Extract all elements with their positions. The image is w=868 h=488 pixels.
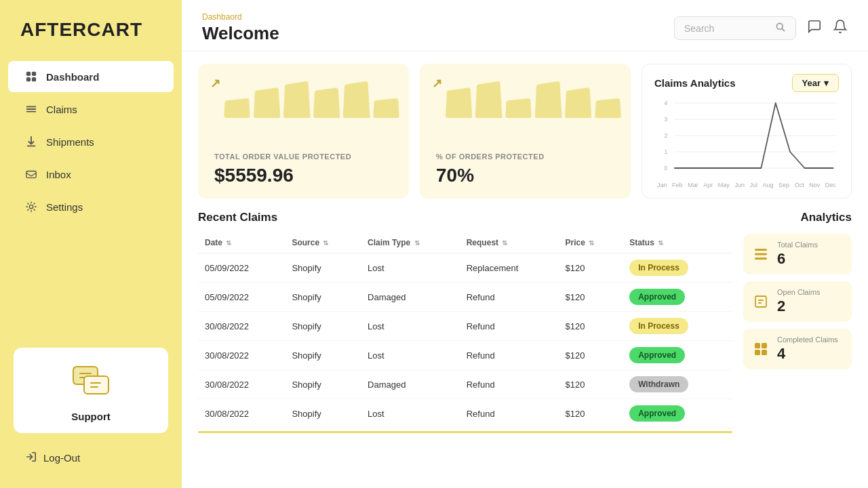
- svg-rect-23: [755, 249, 767, 251]
- header: Dashbaord Welcome Search: [182, 0, 868, 52]
- cell-date-1: 05/09/2022: [198, 283, 285, 312]
- table-row[interactable]: 30/08/2022 Shopify Damaged Refund $120 W…: [198, 370, 732, 399]
- svg-rect-27: [758, 300, 764, 301]
- card-arrow-1: ↗: [210, 76, 220, 91]
- svg-rect-26: [755, 296, 766, 307]
- box-5: [343, 81, 370, 118]
- cell-source-1: Shopify: [285, 283, 361, 312]
- cell-date-2: 30/08/2022: [198, 312, 285, 341]
- table-row[interactable]: 05/09/2022 Shopify Damaged Refund $120 A…: [198, 283, 732, 312]
- cell-date-5: 30/08/2022: [198, 399, 285, 428]
- cell-status-0: In Process: [623, 253, 732, 283]
- open-claims-info: Open Claims 2: [777, 288, 821, 315]
- order-value-card: ↗ TOTAL ORDER VALUE PROTECTED $5559.96: [198, 64, 409, 199]
- year-filter-button[interactable]: Year ▾: [792, 74, 839, 92]
- svg-rect-4: [26, 106, 36, 108]
- cell-date-0: 05/09/2022: [198, 253, 285, 283]
- cell-date-4: 30/08/2022: [198, 370, 285, 399]
- top-row: ↗ TOTAL ORDER VALUE PROTECTED $5559.96 ↗…: [198, 64, 852, 199]
- total-claims-label: Total Claims: [777, 241, 818, 249]
- svg-rect-28: [758, 302, 762, 304]
- claims-table: Date ⇅ Source ⇅ Claim Type ⇅ Request ⇅ P…: [198, 232, 732, 428]
- svg-rect-24: [755, 253, 767, 256]
- cell-source-4: Shopify: [285, 370, 361, 399]
- logout-icon: [24, 451, 37, 465]
- col-date[interactable]: Date ⇅: [198, 232, 285, 253]
- orders-pct-card: ↗ % OF ORDERS PROTECTED 70%: [420, 64, 631, 199]
- sidebar-item-shipments[interactable]: Shipments: [8, 126, 174, 157]
- cell-status-3: Approved: [623, 341, 732, 370]
- table-row[interactable]: 05/09/2022 Shopify Lost Replacement $120…: [198, 253, 732, 283]
- svg-rect-32: [762, 350, 767, 355]
- col-source[interactable]: Source ⇅: [285, 232, 361, 253]
- cell-price-4: $120: [559, 370, 623, 399]
- col-request[interactable]: Request ⇅: [460, 232, 559, 253]
- cell-source-3: Shopify: [285, 341, 361, 370]
- cell-request-3: Refund: [460, 341, 559, 370]
- completed-claims-card: Completed Claims 4: [743, 329, 852, 369]
- message-icon[interactable]: [807, 19, 822, 37]
- cell-request-4: Refund: [460, 370, 559, 399]
- order-value-label: TOTAL ORDER VALUE PROTECTED: [214, 152, 393, 161]
- svg-rect-0: [26, 72, 31, 76]
- col-claim-type[interactable]: Claim Type ⇅: [361, 232, 460, 253]
- col-price[interactable]: Price ⇅: [559, 232, 623, 253]
- completed-claims-label: Completed Claims: [777, 336, 838, 344]
- claims-analytics-title: Claims Analytics: [654, 77, 736, 89]
- cell-status-2: In Process: [623, 312, 732, 341]
- search-box[interactable]: Search: [674, 16, 796, 40]
- sidebar-item-settings[interactable]: Settings: [8, 191, 174, 222]
- line-chart: 4 3 2 1 0: [654, 96, 839, 178]
- svg-text:3: 3: [665, 116, 668, 123]
- completed-claims-info: Completed Claims 4: [777, 336, 838, 363]
- sidebar-item-inbox-label: Inbox: [46, 169, 71, 180]
- support-card: Support: [14, 348, 168, 433]
- sidebar: AFTERCART Dashboard Claims Shipments Inb…: [0, 0, 182, 488]
- year-btn-label: Year: [802, 78, 821, 88]
- status-badge: Withdrawn: [629, 376, 688, 392]
- sidebar-item-dashboard-label: Dashboard: [46, 71, 99, 83]
- svg-text:1: 1: [665, 148, 668, 155]
- table-row[interactable]: 30/08/2022 Shopify Lost Refund $120 Appr…: [198, 399, 732, 428]
- total-claims-icon: [751, 247, 770, 262]
- svg-rect-30: [762, 343, 767, 348]
- total-claims-card: Total Claims 6: [743, 234, 852, 274]
- box-2: [254, 87, 280, 118]
- svg-text:4: 4: [665, 100, 668, 106]
- support-icon: [71, 364, 111, 404]
- support-button[interactable]: Support: [71, 411, 111, 422]
- header-right: Search: [674, 16, 848, 40]
- shipments-icon: [24, 135, 38, 148]
- status-badge: Approved: [629, 405, 685, 422]
- box-c: [505, 98, 532, 118]
- cell-claimtype-5: Lost: [361, 399, 460, 428]
- svg-rect-6: [26, 111, 36, 113]
- completed-claims-value: 4: [777, 345, 838, 363]
- sidebar-nav: Dashboard Claims Shipments Inbox Setting…: [0, 60, 182, 224]
- status-badge: Approved: [629, 289, 685, 305]
- table-header-row: Date ⇅ Source ⇅ Claim Type ⇅ Request ⇅ P…: [198, 232, 732, 253]
- col-status[interactable]: Status ⇅: [623, 232, 732, 253]
- bottom-row: Recent Claims Date ⇅ Source ⇅ Claim Type…: [198, 211, 852, 481]
- cell-request-1: Refund: [460, 283, 559, 312]
- total-claims-value: 6: [777, 250, 818, 268]
- status-badge: In Process: [629, 260, 688, 276]
- svg-point-8: [29, 205, 33, 208]
- sidebar-item-inbox[interactable]: Inbox: [8, 159, 174, 190]
- card-arrow-2: ↗: [432, 76, 442, 91]
- scroll-hint: [198, 431, 732, 433]
- search-icon[interactable]: [775, 22, 786, 35]
- notification-icon[interactable]: [833, 19, 848, 37]
- open-claims-label: Open Claims: [777, 288, 821, 296]
- sidebar-item-dashboard[interactable]: Dashboard: [8, 61, 174, 92]
- table-row[interactable]: 30/08/2022 Shopify Lost Refund $120 Appr…: [198, 341, 732, 370]
- cell-status-5: Approved: [623, 399, 732, 428]
- header-title-area: Dashbaord Welcome: [202, 12, 279, 44]
- svg-rect-5: [26, 108, 36, 110]
- sidebar-item-claims[interactable]: Claims: [8, 94, 174, 125]
- table-row[interactable]: 30/08/2022 Shopify Lost Refund $120 In P…: [198, 312, 732, 341]
- logout-button[interactable]: Log-Out: [8, 441, 174, 474]
- analytics-card-header: Claims Analytics Year ▾: [654, 74, 839, 92]
- svg-rect-1: [32, 72, 36, 76]
- open-claims-value: 2: [777, 298, 821, 315]
